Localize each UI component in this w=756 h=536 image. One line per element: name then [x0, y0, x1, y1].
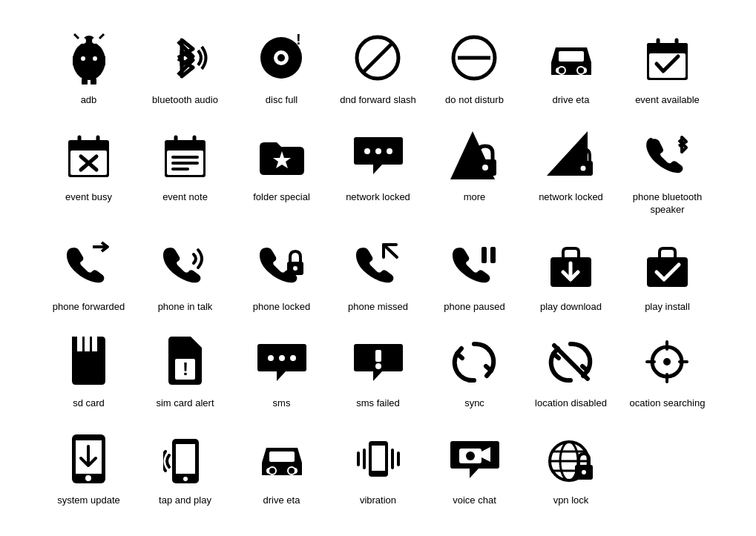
svg-rect-57	[481, 247, 487, 263]
icon-cell-event-note: event note	[137, 120, 234, 222]
event-busy-label: event busy	[65, 191, 112, 204]
svg-point-3	[92, 38, 98, 44]
bluetooth-audio-icon	[156, 29, 215, 88]
svg-point-74	[663, 358, 671, 365]
svg-line-4	[74, 34, 79, 39]
play-download-label: play download	[540, 301, 602, 314]
location-disabled-icon	[542, 332, 601, 391]
drive-eta-2-icon	[252, 429, 312, 489]
tap-and-play-label: tap and play	[159, 494, 211, 507]
icon-cell-play-install: play install	[619, 230, 716, 320]
svg-point-55	[293, 266, 298, 271]
svg-rect-58	[490, 247, 496, 263]
phone-forwarded-icon	[59, 236, 119, 295]
phone-paused-icon	[445, 236, 504, 295]
icon-cell-phone-missed: phone missed	[330, 230, 427, 320]
system-update-label: system update	[57, 494, 120, 507]
phone-locked-label: phone locked	[253, 301, 310, 314]
svg-point-90	[288, 467, 295, 474]
icon-cell-sync: sync	[427, 326, 523, 416]
svg-point-49	[482, 165, 488, 171]
sync-icon	[445, 332, 504, 391]
do-not-disturb-icon	[445, 29, 504, 88]
icon-cell-sim-card-alert: ! sim card alert	[137, 326, 234, 416]
svg-point-44	[364, 148, 370, 154]
icon-cell-bluetooth-audio: bluetooth audio	[137, 23, 234, 113]
svg-rect-9	[91, 77, 96, 85]
svg-point-10	[81, 56, 85, 61]
svg-point-24	[577, 67, 585, 74]
svg-point-2	[80, 38, 86, 44]
phone-missed-icon	[349, 236, 408, 295]
svg-line-56	[384, 245, 397, 257]
icon-cell-location-searching: ocation searching	[619, 326, 716, 416]
phone-bluetooth-speaker-icon	[638, 126, 697, 185]
voice-chat-icon	[445, 429, 504, 489]
icon-cell-play-download: play download	[523, 230, 619, 320]
vpn-lock-label: vpn lock	[553, 494, 589, 507]
sms-failed-label: sms failed	[356, 397, 400, 410]
network-locked-icon	[349, 126, 408, 185]
svg-rect-84	[176, 444, 195, 474]
svg-rect-61	[647, 257, 688, 287]
vibration-icon	[349, 429, 408, 489]
svg-rect-70	[375, 350, 381, 362]
svg-point-99	[466, 451, 475, 460]
icon-cell-sms-failed: sms failed	[330, 326, 427, 416]
icon-cell-voice-chat: voice chat	[427, 423, 523, 513]
icon-cell-phone-locked: phone locked	[234, 230, 330, 320]
phone-missed-label: phone missed	[348, 301, 408, 314]
icon-cell-event-available: event available	[619, 23, 716, 113]
icon-cell-dnd-forward-slash: dnd forward slash	[330, 23, 427, 113]
sd-card-icon	[59, 332, 119, 391]
sd-card-label: sd card	[73, 397, 105, 410]
svg-text:!: !	[296, 34, 301, 47]
icon-cell-do-not-disturb: do not disturb	[427, 23, 523, 113]
svg-point-71	[375, 363, 381, 369]
bluetooth-audio-label: bluetooth audio	[152, 94, 218, 107]
icon-cell-vpn-lock: vpn lock	[523, 423, 619, 513]
sim-card-alert-label: sim card alert	[156, 397, 214, 410]
icon-cell-phone-paused: phone paused	[427, 230, 523, 320]
svg-rect-88	[269, 451, 295, 462]
svg-point-14	[277, 54, 285, 62]
sms-icon	[252, 332, 312, 391]
play-install-label: play install	[645, 301, 690, 314]
svg-rect-62	[77, 337, 82, 351]
sim-card-alert-icon: !	[156, 332, 215, 391]
phone-locked-icon	[252, 236, 312, 295]
svg-point-69	[290, 355, 296, 361]
voice-chat-label: voice chat	[453, 494, 496, 507]
svg-point-89	[269, 467, 276, 474]
svg-line-5	[99, 34, 104, 39]
more-label: more	[464, 191, 486, 204]
network-locked-label: network locked	[346, 191, 410, 204]
icon-cell-phone-in-talk: phone in talk	[137, 230, 234, 320]
play-install-icon	[638, 236, 697, 295]
dnd-forward-slash-label: dnd forward slash	[340, 94, 416, 107]
icon-cell-phone-bluetooth-speaker: phone bluetooth speaker	[619, 120, 716, 222]
svg-point-106	[582, 470, 586, 474]
icon-cell-tap-and-play: tap and play	[137, 423, 234, 513]
adb-label: adb	[81, 94, 97, 107]
icon-cell-system-update: system update	[41, 423, 137, 513]
phone-in-talk-icon	[156, 236, 215, 295]
icon-cell-more: more	[427, 120, 523, 222]
folder-special-label: folder special	[253, 191, 310, 204]
system-update-icon	[59, 429, 119, 489]
svg-point-68	[279, 355, 285, 361]
sync-label: sync	[464, 397, 484, 410]
event-note-icon	[156, 126, 215, 185]
location-searching-label: ocation searching	[630, 397, 706, 410]
phone-bluetooth-speaker-label: phone bluetooth speaker	[622, 191, 713, 216]
sms-failed-icon	[349, 332, 408, 391]
icon-cell-adb: adb	[41, 23, 137, 113]
svg-line-17	[363, 43, 392, 73]
icon-cell-network-locked-2: network locked	[523, 120, 619, 222]
svg-rect-22	[559, 51, 584, 62]
tap-and-play-icon	[156, 429, 215, 489]
event-note-label: event note	[162, 191, 208, 204]
icon-cell-drive-eta: drive eta	[523, 23, 619, 113]
svg-point-23	[558, 67, 565, 74]
folder-special-icon	[252, 126, 312, 185]
